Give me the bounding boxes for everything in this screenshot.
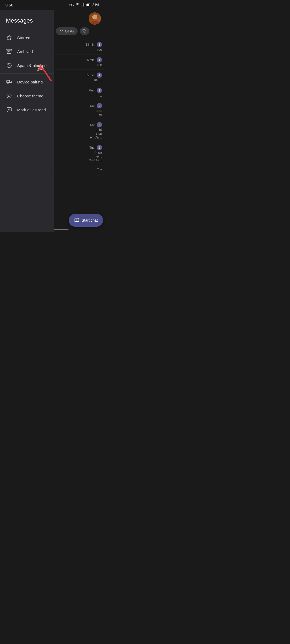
sidebar-item-spam[interactable]: Spam & blocked bbox=[0, 58, 54, 72]
message-item[interactable]: 35 min1 rue bbox=[54, 54, 105, 70]
battery-icon bbox=[86, 3, 91, 7]
mark-read-icon bbox=[6, 107, 12, 113]
status-time: 9:56 bbox=[5, 3, 13, 7]
svg-line-11 bbox=[8, 64, 11, 67]
avatar[interactable] bbox=[89, 12, 101, 25]
block-icon bbox=[6, 62, 12, 69]
svg-rect-5 bbox=[87, 4, 89, 6]
message-item[interactable]: Sat4 r 10s oner. Cal... bbox=[54, 119, 105, 142]
sidebar-item-mark-all-read[interactable]: Mark all as read bbox=[0, 103, 54, 117]
drawer-title: Messages bbox=[0, 15, 54, 31]
message-item[interactable]: Tue bbox=[54, 165, 105, 174]
svg-point-15 bbox=[8, 95, 10, 97]
message-item[interactable]: 35 min4 ue, ... bbox=[54, 70, 105, 85]
message-list: 33 min1 rue 35 min1 rue 35 min4 ue, ... … bbox=[54, 39, 105, 216]
status-icons: 5G+HD 81% bbox=[69, 3, 99, 7]
mark-all-read-label: Mark all as read bbox=[17, 108, 46, 112]
device-pairing-label: Device pairing bbox=[17, 80, 43, 84]
theme-icon bbox=[6, 93, 12, 99]
svg-rect-13 bbox=[10, 81, 12, 83]
star-icon bbox=[6, 34, 12, 41]
chip-tag[interactable] bbox=[80, 27, 89, 35]
svg-rect-3 bbox=[84, 3, 84, 6]
message-item[interactable]: Mon1 ... bbox=[54, 85, 105, 100]
sidebar-item-choose-theme[interactable]: Choose theme bbox=[0, 89, 54, 103]
avatar-image bbox=[89, 12, 101, 25]
svg-point-17 bbox=[91, 21, 99, 25]
signal-icon bbox=[81, 3, 85, 7]
drawer: Messages Starred Archived bbox=[0, 10, 54, 232]
sidebar-item-starred[interactable]: Starred bbox=[0, 31, 54, 45]
tag-icon bbox=[82, 29, 87, 33]
starred-label: Starred bbox=[17, 35, 30, 40]
battery-percent: 81% bbox=[92, 3, 99, 7]
archive-icon bbox=[6, 48, 12, 55]
svg-rect-1 bbox=[82, 5, 82, 6]
chat-icon bbox=[74, 218, 79, 223]
status-bar: 9:56 5G+HD 81% bbox=[0, 0, 105, 10]
svg-point-16 bbox=[92, 14, 97, 19]
message-item[interactable]: Thu2 ાક્ષમનથી.ઓર કર... bbox=[54, 142, 105, 165]
otp-icon bbox=[60, 29, 63, 33]
chips-row: OTPs bbox=[54, 27, 105, 35]
archived-label: Archived bbox=[17, 49, 33, 54]
sidebar-item-archived[interactable]: Archived bbox=[0, 45, 54, 58]
svg-rect-0 bbox=[81, 6, 81, 6]
spam-label: Spam & blocked bbox=[17, 63, 46, 68]
message-item[interactable]: 33 min1 rue bbox=[54, 39, 105, 54]
choose-theme-label: Choose theme bbox=[17, 94, 44, 98]
divider bbox=[0, 74, 54, 74]
network-indicator: 5G+HD bbox=[69, 3, 79, 7]
device-icon bbox=[6, 79, 12, 85]
avatar-person bbox=[89, 12, 101, 25]
svg-rect-2 bbox=[83, 4, 83, 6]
svg-marker-7 bbox=[7, 35, 12, 40]
chip-otps[interactable]: OTPs bbox=[56, 27, 78, 35]
sidebar-item-device-pairing[interactable]: Device pairing bbox=[0, 75, 54, 89]
svg-rect-12 bbox=[7, 80, 10, 83]
start-chat-label: Start chat bbox=[82, 218, 98, 222]
chip-otps-label: OTPs bbox=[65, 29, 74, 33]
start-chat-button[interactable]: Start chat bbox=[69, 214, 103, 227]
svg-rect-8 bbox=[7, 49, 12, 50]
messages-panel: OTPs 33 min1 rue 35 min1 rue 35 min4 ue, bbox=[54, 10, 105, 232]
main-layout: Messages Starred Archived bbox=[0, 10, 105, 232]
message-item[interactable]: Sat2 ode.or bbox=[54, 100, 105, 119]
